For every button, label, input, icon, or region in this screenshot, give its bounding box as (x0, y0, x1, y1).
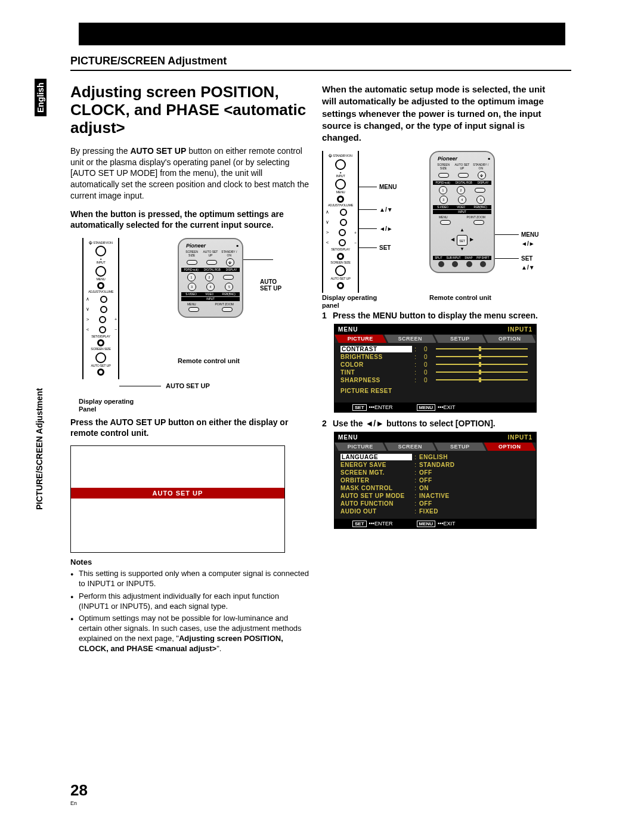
osd-tab-setup: SETUP (434, 442, 487, 451)
top-black-bar (79, 23, 565, 45)
osd-tab-option: OPTION (484, 335, 537, 343)
subhead-optimum: When the button is pressed, the optimum … (70, 209, 309, 230)
osd-tab-picture: PICTURE (335, 442, 387, 451)
osd-row: CONTRAST:0 (340, 345, 530, 353)
osd-row: AUTO SET UP MODE:INACTIVE (340, 492, 530, 500)
callout-menu-remote: MENU (521, 231, 538, 238)
diagram-panel-remote-right: ⏻ STANDBY/ON ● INPUT MENU ADJUST/VOLUME … (322, 151, 561, 306)
callout-set-remote: SET (521, 255, 532, 262)
press-instruction: Press the AUTO SET UP button on either t… (70, 417, 309, 438)
side-tab-section: PICTURE/SCREEN Adjustment (35, 388, 44, 510)
osd-row: ORBITER:OFF (340, 476, 530, 484)
osd-tab-screen: SCREEN (385, 335, 437, 343)
subhead-auto-mode: When the automatic setup mode is selecte… (322, 83, 561, 144)
callout-leftright: ◄/► (379, 225, 393, 232)
diagram-panel-remote-left: ⏻ STANDBY/ON ● INPUT MENU ADJUST/VOLUME … (70, 238, 309, 411)
osd-row: TINT:0 (340, 369, 530, 376)
section-heading: PICTURE/SCREEN Adjustment (70, 55, 571, 71)
caption-remote-left: Remote control unit (178, 357, 240, 364)
osd-row: MASK CONTROL:ON (340, 484, 530, 492)
callout-updown: ▲/▼ (379, 206, 393, 213)
step-1: 1 Press the MENU button to display the m… (322, 311, 561, 320)
display-panel-illustration: ⏻ STANDBY/ON ● INPUT MENU ADJUST/VOLUME … (82, 238, 119, 380)
osd-row: COLOR:0 (340, 361, 530, 369)
osd-tab-option: OPTION (484, 442, 537, 451)
notes-list: This setting is supported only when a co… (70, 569, 309, 654)
osd-row: LANGUAGE:ENGLISH (340, 453, 530, 461)
osd-menu-option: MENUINPUT1 PICTURE SCREEN SETUP OPTION L… (334, 432, 537, 529)
notes-heading: Notes (70, 558, 309, 566)
osd-row: ENERGY SAVE:STANDARD (340, 461, 530, 469)
osd-menu-picture: MENUINPUT1 PICTURE SCREEN SETUP OPTION C… (334, 324, 537, 413)
callout-updown-remote: ▲/▼ (521, 264, 535, 271)
step-2: 2 Use the ◄/► buttons to select [OPTION]… (322, 419, 561, 428)
callout-menu: MENU (379, 184, 397, 190)
callout-set: SET (379, 244, 391, 251)
caption-panel-right: Display operating panel (322, 294, 377, 309)
page-lang-code: En (70, 800, 77, 806)
callout-leftright-remote: ◄/► (521, 240, 535, 247)
osd-tab-screen: SCREEN (385, 442, 437, 451)
remote-illustration: Pioneer■ SCREEN SIZE AUTO SET UP STANDBY… (429, 151, 495, 273)
intro-paragraph: By pressing the AUTO SET UP button on ei… (70, 145, 309, 202)
note-item: Optimum settings may not be possible for… (70, 614, 309, 654)
caption-panel-left: Display operating Panel (79, 398, 134, 413)
osd-row: AUDIO OUT:FIXED (340, 507, 530, 515)
page-title: Adjusting screen POSITION, CLOCK, and PH… (70, 83, 309, 137)
osd-row: AUTO FUNCTION:OFF (340, 500, 530, 507)
caption-remote-right: Remote control unit (429, 294, 491, 301)
note-item: Perform this adjustment individually for… (70, 592, 309, 612)
osd-tab-picture: PICTURE (335, 335, 387, 343)
osd-row: BRIGHTNESS:0 (340, 353, 530, 361)
callout-auto-setup-panel: AUTO SET UP (166, 382, 210, 389)
note-item: This setting is supported only when a co… (70, 569, 309, 589)
osd-auto-setup-strip: AUTO SET UP (71, 488, 284, 499)
side-tab-language: English (35, 79, 47, 116)
page-number: 28 (70, 781, 88, 800)
osd-row: SHARPNESS:0 (340, 376, 530, 384)
osd-picture-reset: PICTURE RESET (340, 388, 530, 394)
osd-auto-setup-box: AUTO SET UP (70, 445, 285, 553)
display-panel-illustration: ⏻ STANDBY/ON ● INPUT MENU ADJUST/VOLUME … (322, 151, 359, 293)
osd-tab-setup: SETUP (434, 335, 487, 343)
callout-auto-setup-remote: AUTO SET UP (260, 278, 281, 292)
osd-row: SCREEN MGT.:OFF (340, 469, 530, 476)
remote-illustration: Pioneer■ SCREEN SIZE AUTO SET UP STANDBY… (178, 238, 243, 318)
